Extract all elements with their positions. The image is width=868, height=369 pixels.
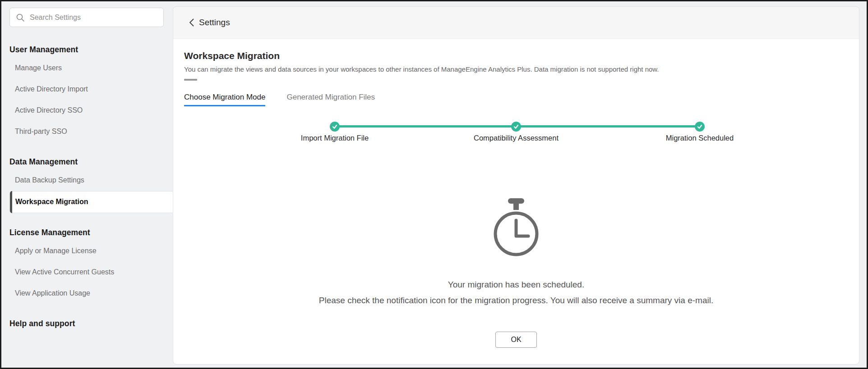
tab-generated-migration-files[interactable]: Generated Migration Files xyxy=(286,93,375,106)
sidebar-nav: User Management Manage Users Active Dire… xyxy=(1,45,173,332)
page-title: Workspace Migration xyxy=(184,50,848,61)
back-chevron-icon xyxy=(189,18,194,27)
sidebar-item-workspace-migration[interactable]: Workspace Migration xyxy=(9,191,173,213)
section-help-and-support: Help and support xyxy=(1,319,173,332)
step-label-migration-scheduled: Migration Scheduled xyxy=(666,134,734,142)
tab-choose-migration-mode[interactable]: Choose Migration Mode xyxy=(184,93,265,106)
step-completed-check-icon xyxy=(695,122,705,132)
search-input[interactable] xyxy=(30,14,156,22)
scheduled-message: Your migration has been scheduled. Pleas… xyxy=(184,277,848,308)
section-license-management: License Management Apply or Manage Licen… xyxy=(1,228,173,304)
title-divider-dash xyxy=(184,79,197,81)
sidebar-item-apply-or-manage-license[interactable]: Apply or Manage License xyxy=(1,241,173,262)
sidebar-item-view-application-usage[interactable]: View Application Usage xyxy=(1,283,173,304)
search-settings-box[interactable] xyxy=(9,8,164,27)
scheduled-message-line1: Your migration has been scheduled. xyxy=(184,277,848,292)
search-icon xyxy=(16,13,25,22)
step-completed-check-icon xyxy=(511,122,521,132)
sidebar-item-view-active-concurrent-guests[interactable]: View Active Concurrent Guests xyxy=(1,262,173,283)
back-label: Settings xyxy=(199,18,230,27)
step-completed-check-icon xyxy=(330,122,340,132)
sidebar-item-data-backup-settings[interactable]: Data Backup Settings xyxy=(1,170,173,191)
main-panel: Settings Workspace Migration You can mig… xyxy=(173,6,859,364)
section-heading: User Management xyxy=(1,45,173,58)
scheduled-message-line2: Please check the notification icon for t… xyxy=(184,292,848,308)
sidebar-item-third-party-sso[interactable]: Third-party SSO xyxy=(1,121,173,142)
settings-back-header[interactable]: Settings xyxy=(173,7,859,39)
app-window: User Management Manage Users Active Dire… xyxy=(0,0,868,369)
page-description: You can migrate the views and data sourc… xyxy=(184,65,848,73)
stopwatch-icon xyxy=(184,198,848,260)
section-data-management: Data Management Data Backup Settings Wor… xyxy=(1,157,173,213)
sidebar-item-active-directory-sso[interactable]: Active Directory SSO xyxy=(1,100,173,121)
ok-button[interactable]: OK xyxy=(495,332,537,348)
section-user-management: User Management Manage Users Active Dire… xyxy=(1,45,173,142)
migration-tabs: Choose Migration Mode Generated Migratio… xyxy=(184,93,848,106)
section-heading: License Management xyxy=(1,228,173,241)
sidebar-item-active-directory-import[interactable]: Active Directory Import xyxy=(1,79,173,100)
sidebar-item-manage-users[interactable]: Manage Users xyxy=(1,58,173,79)
section-heading: Data Management xyxy=(1,157,173,170)
migration-scheduled-block: Your migration has been scheduled. Pleas… xyxy=(184,198,848,348)
section-heading: Help and support xyxy=(1,319,173,332)
step-label-import-migration-file: Import Migration File xyxy=(301,134,369,142)
settings-sidebar: User Management Manage Users Active Dire… xyxy=(1,1,173,368)
step-label-compatibility-assessment: Compatibility Assessment xyxy=(474,134,559,142)
workspace-migration-content: Workspace Migration You can migrate the … xyxy=(173,39,859,364)
migration-progress-stepper: Import Migration File Compatibility Asse… xyxy=(184,122,848,157)
